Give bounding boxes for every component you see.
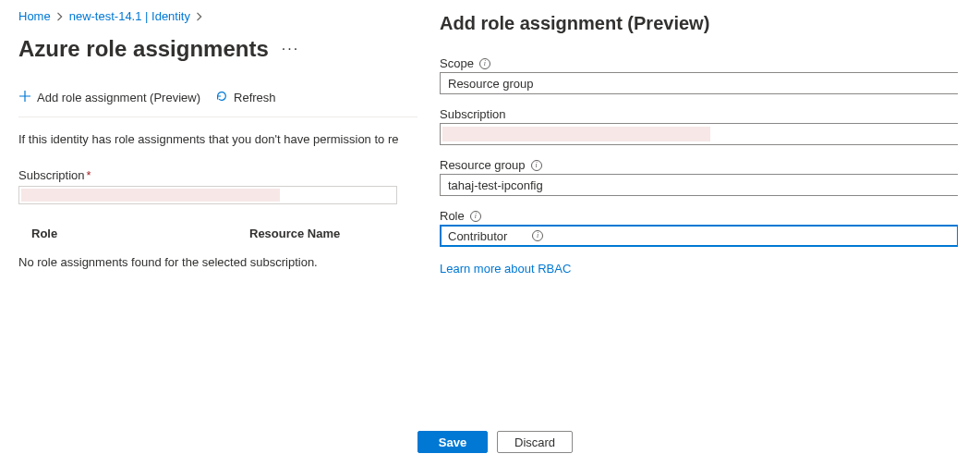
breadcrumb: Home new-test-14.1 | Identity bbox=[18, 0, 417, 23]
redacted-subscription bbox=[21, 189, 280, 202]
permission-info-text: If this identity has role assignments th… bbox=[18, 132, 417, 146]
subscription-label: Subscription bbox=[440, 107, 506, 121]
plus-icon bbox=[18, 90, 31, 105]
panel-title: Add role assignment (Preview) bbox=[440, 13, 958, 34]
save-button[interactable]: Save bbox=[417, 431, 488, 453]
info-icon[interactable] bbox=[531, 160, 542, 171]
refresh-icon bbox=[215, 90, 228, 105]
resource-group-label: Resource group bbox=[440, 158, 526, 172]
role-table-header: Role Resource Name bbox=[18, 219, 417, 248]
add-role-assignment-button[interactable]: Add role assignment (Preview) bbox=[18, 90, 200, 105]
required-star-icon: * bbox=[87, 168, 91, 182]
breadcrumb-home[interactable]: Home bbox=[18, 9, 51, 23]
add-role-panel: Add role assignment (Preview) Scope Subs… bbox=[417, 0, 980, 466]
col-resource-name: Resource Name bbox=[249, 227, 340, 240]
discard-button[interactable]: Discard bbox=[497, 431, 573, 453]
more-menu-icon[interactable]: ··· bbox=[282, 41, 299, 57]
chevron-right-icon bbox=[196, 12, 203, 21]
learn-more-link[interactable]: Learn more about RBAC bbox=[440, 262, 571, 276]
chevron-right-icon bbox=[56, 12, 64, 21]
breadcrumb-identity[interactable]: new-test-14.1 | Identity bbox=[69, 9, 190, 23]
subscription-select[interactable] bbox=[18, 186, 397, 204]
command-bar: Add role assignment (Preview) Refresh bbox=[18, 90, 417, 117]
info-icon[interactable] bbox=[470, 211, 481, 222]
role-select[interactable] bbox=[440, 225, 958, 247]
refresh-button[interactable]: Refresh bbox=[215, 90, 276, 105]
resource-group-select[interactable] bbox=[440, 174, 958, 196]
add-role-label: Add role assignment (Preview) bbox=[37, 91, 200, 104]
info-icon[interactable] bbox=[479, 58, 490, 69]
subscription-label: Subscription* bbox=[18, 168, 417, 182]
col-role: Role bbox=[18, 227, 249, 240]
page-title: Azure role assignments bbox=[18, 36, 269, 62]
scope-label: Scope bbox=[440, 56, 474, 70]
redacted-subscription bbox=[442, 127, 710, 141]
refresh-label: Refresh bbox=[234, 91, 276, 104]
subscription-select[interactable] bbox=[440, 123, 958, 145]
role-label: Role bbox=[440, 209, 465, 223]
empty-state-text: No role assignments found for the select… bbox=[18, 255, 417, 269]
scope-select[interactable] bbox=[440, 72, 958, 94]
